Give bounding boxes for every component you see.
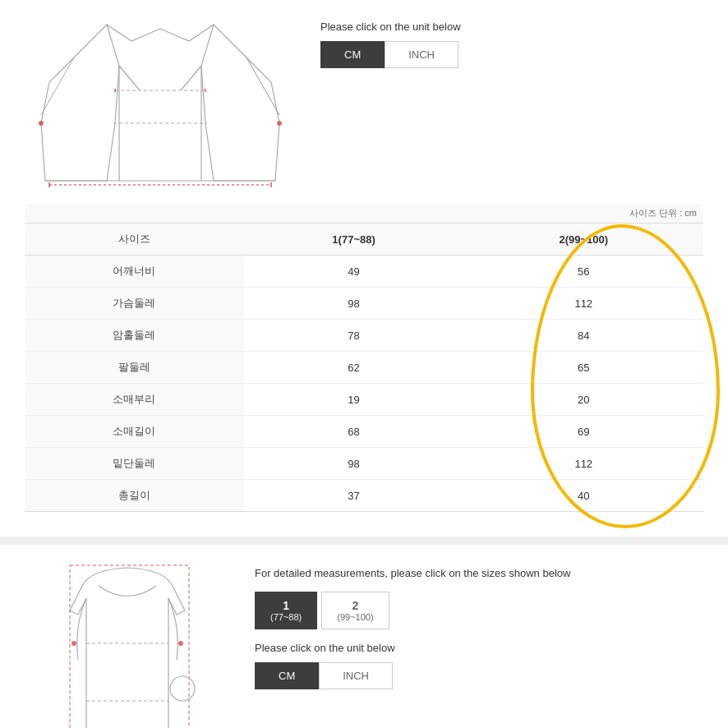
table-row: 어깨너비4956 bbox=[25, 256, 703, 288]
size-unit-note: 사이즈 단위 : cm bbox=[25, 204, 703, 223]
tank-inch-button[interactable]: INCH bbox=[319, 662, 393, 689]
svg-point-6 bbox=[277, 121, 282, 126]
tank-cm-button[interactable]: CM bbox=[255, 662, 319, 689]
table-row: 가슴둘레98112 bbox=[25, 288, 703, 320]
row-value: 20 bbox=[464, 384, 703, 416]
row-value: 49 bbox=[244, 256, 464, 288]
size-prompt-label: For detailed measurements, please click … bbox=[255, 565, 703, 582]
tank-controls: For detailed measurements, please click … bbox=[255, 561, 703, 702]
table-row: 소매부리1920 bbox=[25, 384, 703, 416]
coat-image bbox=[25, 16, 296, 200]
svg-point-10 bbox=[71, 641, 76, 646]
row-label: 암홀둘레 bbox=[25, 320, 244, 352]
svg-rect-12 bbox=[70, 565, 189, 728]
row-value: 65 bbox=[464, 352, 703, 384]
tank-unit-button-group: CM INCH bbox=[255, 662, 703, 689]
row-value: 19 bbox=[244, 384, 464, 416]
section-tank: For detailed measurements, please click … bbox=[0, 545, 728, 728]
row-value: 98 bbox=[244, 448, 464, 480]
svg-point-13 bbox=[170, 676, 195, 701]
row-label: 팔둘레 bbox=[25, 352, 244, 384]
tank-size-2-button[interactable]: 2 (99~100) bbox=[321, 592, 389, 629]
row-value: 37 bbox=[244, 480, 464, 512]
row-label: 소매부리 bbox=[25, 384, 244, 416]
size-1-num: 1 bbox=[270, 599, 302, 612]
row-value: 98 bbox=[244, 288, 464, 320]
coat-size-table: 사이즈 1(77~88) 2(99~100) 어깨너비4956가슴둘레98112… bbox=[25, 223, 703, 512]
table-header-size: 사이즈 bbox=[25, 223, 244, 256]
inch-button[interactable]: INCH bbox=[385, 41, 458, 68]
size-2-range: (99~100) bbox=[337, 612, 373, 622]
row-label: 어깨너비 bbox=[25, 256, 244, 288]
tank-size-button-group: 1 (77~88) 2 (99~100) bbox=[255, 592, 703, 629]
table-row: 밑단둘레98112 bbox=[25, 448, 703, 480]
row-value: 78 bbox=[244, 320, 464, 352]
row-value: 69 bbox=[464, 416, 703, 448]
table-row: 총길이3740 bbox=[25, 480, 703, 512]
table-row: 암홀둘레7884 bbox=[25, 320, 703, 352]
coat-size-table-wrapper: 사이즈 단위 : cm 사이즈 1(77~88) 2(99~100) 어깨너비4… bbox=[25, 204, 703, 512]
section-coat: Please click on the unit below CM INCH 사… bbox=[0, 0, 728, 537]
svg-point-5 bbox=[39, 121, 44, 126]
row-value: 40 bbox=[464, 480, 703, 512]
tank-unit-prompt-label: Please click on the unit below bbox=[255, 642, 703, 654]
cm-button[interactable]: CM bbox=[320, 41, 385, 68]
row-label: 소매길이 bbox=[25, 416, 244, 448]
unit-button-group: CM INCH bbox=[320, 41, 703, 68]
size-2-num: 2 bbox=[337, 599, 373, 612]
tank-image bbox=[25, 561, 230, 728]
svg-point-11 bbox=[178, 641, 183, 646]
row-value: 84 bbox=[464, 320, 703, 352]
row-label: 가슴둘레 bbox=[25, 288, 244, 320]
row-label: 밑단둘레 bbox=[25, 448, 244, 480]
table-row: 팔둘레6265 bbox=[25, 352, 703, 384]
table-row: 소매길이6869 bbox=[25, 416, 703, 448]
row-value: 62 bbox=[244, 352, 464, 384]
size-1-range: (77~88) bbox=[270, 612, 302, 622]
coat-controls: Please click on the unit below CM INCH bbox=[320, 16, 703, 81]
table-header-size2: 2(99~100) bbox=[464, 223, 703, 256]
row-value: 68 bbox=[244, 416, 464, 448]
table-header-size1: 1(77~88) bbox=[244, 223, 464, 256]
unit-prompt-label: Please click on the unit below bbox=[320, 21, 703, 33]
row-value: 112 bbox=[464, 448, 703, 480]
tank-size-1-button[interactable]: 1 (77~88) bbox=[255, 592, 317, 629]
row-value: 56 bbox=[464, 256, 703, 288]
row-label: 총길이 bbox=[25, 480, 244, 512]
row-value: 112 bbox=[464, 288, 703, 320]
section-divider bbox=[0, 537, 728, 545]
